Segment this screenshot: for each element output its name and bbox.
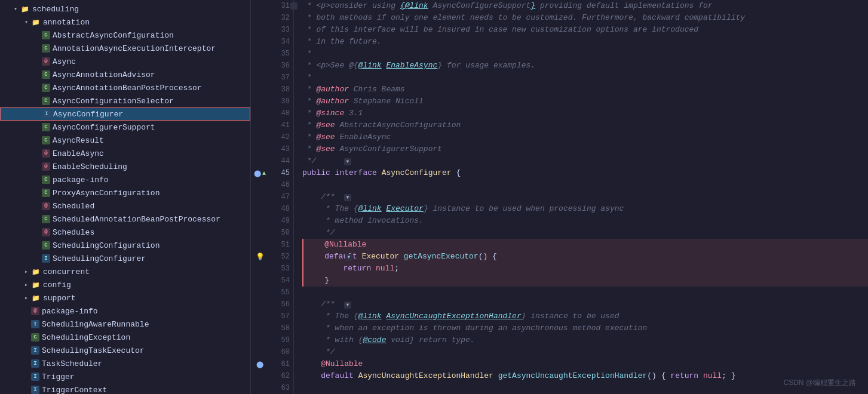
method-params-62: () { [647,370,670,382]
gutter-icons-panel: ⬤ ▲ 💡 ⬤ [251,0,269,394]
fold-icon-47[interactable]: ▼ [344,194,351,201]
tree-package-info2[interactable]: @ package-info [0,304,250,318]
gutter-59 [251,334,269,346]
gutter-34 [251,36,269,48]
gutter-56 [251,298,269,310]
gutter-45[interactable]: ⬤ ▲ [251,167,269,179]
tree-AsyncAnnotationAdvisor[interactable]: C AsyncAnnotationAdvisor [0,68,250,81]
class-icon: C [42,97,50,105]
class-icon: C [42,189,50,197]
ln-43: 43 [269,143,293,155]
impl-marker-icon-2[interactable]: ⬤ [256,361,263,368]
interface-icon-6: I [31,373,39,381]
code-line-44: ▼ */ [302,155,868,167]
gutter-38 [251,84,269,96]
tree-ScheduledAnnotationBeanPostProcessor[interactable]: C ScheduledAnnotationBeanPostProcessor [0,213,250,226]
semicolon-62: ; } [722,370,735,382]
folder-icon-concurrent: 📁 [31,267,41,276]
code-text-34: * in the future. [302,36,382,48]
tree-SchedulingAwareRunnable[interactable]: I SchedulingAwareRunnable [0,318,250,331]
kw-return-62: return [670,370,703,382]
gutter-41 [251,119,269,131]
tree-TaskScheduler[interactable]: I TaskScheduler [0,357,250,370]
ln-40: 40 [269,107,293,119]
ln-57: 57 [269,310,293,322]
tree-AsyncResult[interactable]: C AsyncResult [0,134,250,147]
code-line-60: */ [302,346,868,358]
fold-icon-44[interactable]: ▼ [344,158,351,165]
class-icon: C [31,333,39,341]
code-text-32: * both methods if only one element needs… [302,12,745,24]
tree-AnnotationAsyncExecutionInterceptor[interactable]: C AnnotationAsyncExecutionInterceptor [0,42,250,55]
label-EnableAsync: EnableAsync [53,149,104,158]
tree-support[interactable]: 📁 support [0,291,250,304]
tree-ProxyAsyncConfiguration[interactable]: C ProxyAsyncConfiguration [0,186,250,199]
code-line-37: * [302,72,868,84]
class-icon: C [42,84,50,92]
gutter-63 [251,382,269,394]
tree-SchedulingConfiguration[interactable]: C SchedulingConfiguration [0,239,250,252]
override-icon[interactable]: ▲ [262,170,266,177]
label-EnableScheduling: EnableScheduling [53,162,127,171]
code-line-53: return null; [302,263,868,275]
tree-SchedulingConfigurer[interactable]: I SchedulingConfigurer [0,252,250,265]
tree-AsyncConfigurerSupport[interactable]: C AsyncConfigurerSupport [0,121,250,134]
tree-SchedulingTaskExecutor[interactable]: I SchedulingTaskExecutor [0,344,250,357]
ln-31: 31 [269,0,293,12]
ln-62: 62 [269,370,293,382]
label-Schedules: Schedules [53,228,94,237]
file-tree[interactable]: 📁 scheduling 📁 annotation C AbstractAsyn… [0,0,251,394]
code-line-42: * @see EnableAsync [302,131,868,143]
tree-SchedulingException[interactable]: C SchedulingException [0,331,250,344]
type-handler: AsyncUncaughtExceptionHandler [358,370,498,382]
code-text-59: * with {@code void} return type. [302,334,475,346]
code-line-35: * [302,48,868,60]
code-text-33: * of this interface will be insured in c… [302,24,698,36]
gutter-52[interactable]: 💡 [251,251,269,263]
tree-Schedules[interactable]: @ Schedules [0,226,250,239]
gutter-61[interactable]: ⬤ [251,358,269,370]
tree-Scheduled[interactable]: @ Scheduled [0,199,250,213]
gutter-62 [251,370,269,382]
code-line-40: * @since 3.1 [302,107,868,119]
code-line-43: * @see AsyncConfigurerSupport [302,143,868,155]
tree-AbstractAsyncConfiguration[interactable]: C AbstractAsyncConfiguration [0,29,250,42]
code-line-50: */ [302,227,868,239]
tree-AsyncConfigurationSelector[interactable]: C AsyncConfigurationSelector [0,94,250,107]
code-line-57: * The {@link AsyncUncaughtExceptionHandl… [302,310,868,322]
arrow-support [22,294,31,301]
interface-icon-3: I [31,320,39,328]
fold-icon-52[interactable]: ▼ [345,254,352,261]
tree-annotation[interactable]: 📁 annotation [0,16,250,29]
bulb-icon[interactable]: 💡 [256,253,265,261]
tree-config[interactable]: 📁 config [0,278,250,291]
impl-marker-icon[interactable]: ⬤ [254,170,261,177]
tree-AsyncConfigurer[interactable]: I AsyncConfigurer [0,107,250,121]
ln-32: 32 [269,12,293,24]
annotation-icon-3: @ [42,162,50,171]
label-package-info2: package-info [42,307,98,316]
code-line-47: ▼ /** [302,191,868,203]
label-package-info: package-info [53,176,109,184]
label-TaskScheduler: TaskScheduler [42,359,102,368]
ln-45: 45 [269,167,293,179]
method-name: getAsyncExecutor [404,251,479,263]
tree-scheduling[interactable]: 📁 scheduling [0,2,250,16]
label-AsyncResult: AsyncResult [53,136,104,145]
fold-icon-56[interactable]: ▼ [344,301,351,309]
tree-EnableScheduling[interactable]: @ EnableScheduling [0,160,250,173]
ln-42: 42 [269,131,293,143]
tree-EnableAsync[interactable]: @ EnableAsync [0,147,250,160]
ln-52: 52 [269,251,293,263]
fold-indicator-31[interactable] [290,2,297,10]
gutter-37 [251,72,269,84]
class-icon: C [42,31,50,39]
class-icon: C [42,215,50,223]
tree-TriggerContext[interactable]: I TriggerContext [0,383,250,394]
tree-Trigger[interactable]: I Trigger [0,370,250,383]
tree-concurrent[interactable]: 📁 concurrent [0,265,250,278]
tree-AsyncAnnotationBeanPostProcessor[interactable]: C AsyncAnnotationBeanPostProcessor [0,81,250,94]
tree-package-info[interactable]: C package-info [0,173,250,186]
label-AsyncAnnotationAdvisor: AsyncAnnotationAdvisor [53,70,155,79]
tree-Async[interactable]: @ Async [0,55,250,68]
